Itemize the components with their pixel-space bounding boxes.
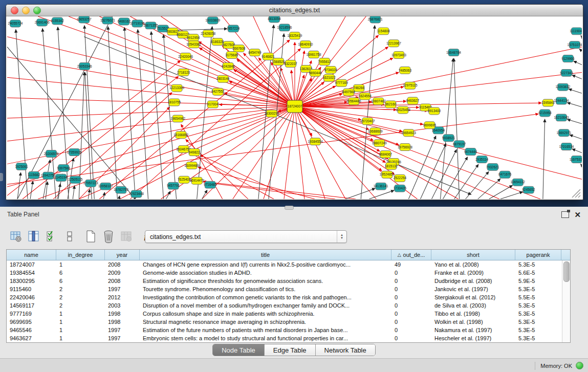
table-cell[interactable]: 0 [391,278,431,284]
table-cell[interactable]: 0 [391,335,431,341]
table-cell[interactable]: 1997 [105,286,140,292]
graph-node[interactable]: 16782753 [114,186,128,193]
table-cell[interactable]: 18724007 [7,261,56,268]
table-cell[interactable]: 19384554 [7,270,56,276]
table-cell[interactable]: 0 [391,286,431,292]
graph-edge[interactable] [295,106,325,199]
graph-node[interactable]: 9890448 [309,69,322,76]
table-row[interactable]: 946554611997Estimation of the future num… [7,326,562,334]
graph-node[interactable]: 10025458 [396,106,410,114]
graph-edge[interactable] [58,27,69,199]
graph-node[interactable]: 24055724 [8,20,23,27]
graph-edge[interactable] [84,26,94,199]
delete-columns-button[interactable] [102,230,115,243]
graph-edge[interactable] [17,172,21,199]
graph-node[interactable]: 11675331 [570,156,582,163]
graph-edge[interactable] [408,136,435,199]
graph-edge[interactable] [567,119,582,124]
graph-edge[interactable] [454,164,478,199]
graph-node[interactable]: 16210643 [554,114,569,121]
graph-edge[interactable] [204,182,356,199]
table-cell[interactable]: 14569117 [7,302,56,309]
graph-edge[interactable] [7,106,295,118]
graph-node[interactable]: 2718120 [177,69,190,76]
graph-edge[interactable] [570,135,582,139]
network-canvas[interactable]: 1872400724055724206914069155342166532571… [7,16,582,199]
graph-node[interactable]: 20053346 [77,62,92,70]
graph-node[interactable]: 18325419 [288,32,302,39]
column-header-name[interactable]: name [7,250,56,260]
graph-node[interactable]: 1925061 [15,163,28,170]
graph-node[interactable]: 15692971 [556,129,571,137]
table-cell[interactable]: Tibbo et al. (1998) [431,311,515,317]
table-cell[interactable]: 2008 [105,261,140,268]
table-cell[interactable]: 1 [56,261,105,268]
graph-node[interactable]: 8454749 [248,49,262,56]
graph-node[interactable]: 26876821 [368,16,383,23]
table-row[interactable]: 969969511998Structural magnetic resonanc… [7,318,562,326]
graph-node[interactable]: 18807249 [372,140,387,147]
table-cell[interactable]: 5.3E-5 [515,327,561,333]
graph-node[interactable]: 7932621 [486,163,499,170]
graph-node[interactable]: 15166852 [173,132,188,139]
graph-node[interactable]: 12444134 [554,97,569,104]
table-cell[interactable]: Yano et al. (2008) [431,261,515,268]
table-cell[interactable]: 9699695 [7,319,56,325]
table-cell[interactable]: Estimation of significance thresholds fo… [140,278,391,284]
graph-edge[interactable] [119,196,119,199]
graph-node[interactable]: 10973493 [391,52,406,59]
graph-node[interactable]: 2803144 [216,75,230,82]
table-cell[interactable]: 2012 [105,294,140,300]
graph-node[interactable]: 2522254 [394,174,407,182]
table-cell[interactable]: 0 [391,270,431,276]
table-cell[interactable]: 1 [56,319,105,325]
graph-edge[interactable] [543,119,545,199]
graph-node[interactable]: 1815132 [385,162,398,169]
graph-node[interactable]: 10958107 [98,183,113,190]
graph-node[interactable]: 20691406 [35,19,50,26]
vertical-scrollbar[interactable] [562,260,570,342]
graph-edge[interactable] [73,186,74,199]
graph-node[interactable]: 9684067 [379,151,393,158]
graph-node[interactable]: 362160 [385,101,396,108]
table-cell[interactable]: 2009 [105,270,140,276]
graph-node[interactable]: 9397588 [57,164,71,171]
graph-node[interactable]: 5938921 [442,135,455,142]
table-cell[interactable]: 9463627 [7,335,56,341]
graph-node[interactable]: 19654982 [170,115,185,122]
table-cell[interactable]: 1997 [105,327,140,333]
graph-node[interactable]: 2667608 [232,45,246,52]
table-cell[interactable]: 1998 [105,319,140,325]
graph-node[interactable]: 6879197 [453,141,466,148]
graph-node[interactable]: 17016534 [559,143,574,150]
graph-edge[interactable] [197,27,212,199]
graph-node[interactable]: 16961758 [307,51,321,58]
graph-node[interactable]: 9716485 [204,181,217,188]
graph-node[interactable]: 9215958 [538,110,552,117]
graph-node[interactable]: 13942757 [41,172,56,179]
dropdown-spinner-icon[interactable]: ▲▼ [337,231,346,243]
close-window-icon[interactable] [11,7,18,14]
graph-node[interactable]: 10688609 [368,128,383,135]
column-header-out_de[interactable]: △out_de... [391,250,431,260]
table-cell[interactable]: 5.3E-5 [515,319,561,325]
graph-node[interactable]: 10543382 [186,41,201,48]
graph-node[interactable]: 17359926 [67,149,82,156]
graph-edge[interactable] [572,75,582,79]
graph-node[interactable]: 16914479 [189,177,204,184]
graph-edge[interactable] [581,36,582,37]
table-cell[interactable]: 0 [391,311,431,317]
table-cell[interactable]: de Silva et al. (2003) [431,302,515,309]
table-cell[interactable]: 5.6E-5 [515,270,561,276]
graph-node[interactable]: 8322037 [284,60,297,68]
column-header-title[interactable]: title [140,250,391,260]
graph-edge[interactable] [500,192,523,199]
graph-node[interactable]: 9227343 [560,69,573,76]
graph-edge[interactable] [295,106,345,199]
graph-node[interactable]: 2935114 [475,156,488,163]
graph-node[interactable]: 1624554 [359,93,372,100]
graph-node[interactable]: 16648784 [446,49,461,56]
graph-node[interactable]: 1588520 [272,58,285,65]
table-cell[interactable]: 5.3E-5 [515,302,561,309]
graph-node[interactable]: 19654923 [401,129,416,137]
